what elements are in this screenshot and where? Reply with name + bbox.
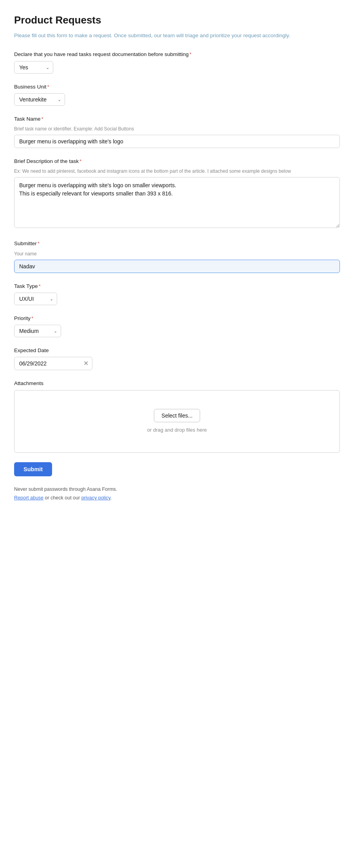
description-label: Brief Description of the task*: [14, 157, 340, 165]
page-title: Product Requests: [14, 13, 340, 28]
business-unit-required-star: *: [47, 84, 49, 90]
page-subtitle: Please fill out this form to make a requ…: [14, 32, 340, 40]
declare-field: Declare that you have read tasks request…: [14, 51, 340, 73]
date-wrapper: ✕: [14, 357, 92, 370]
submit-section: Submit: [14, 462, 340, 481]
submit-button[interactable]: Submit: [14, 462, 52, 476]
priority-select[interactable]: Low Medium High Critical: [14, 325, 61, 337]
declare-select[interactable]: Yes No: [14, 61, 53, 74]
task-name-input[interactable]: [14, 135, 340, 148]
select-files-button[interactable]: Select files...: [154, 409, 200, 422]
business-unit-select-wrapper: Venturekite ⌄: [14, 93, 65, 106]
business-unit-label: Business Unit*: [14, 83, 340, 91]
attachments-field: Attachments Select files... or drag and …: [14, 380, 340, 452]
submitter-label: Submitter*: [14, 240, 340, 248]
footer-period: .: [110, 495, 112, 501]
expected-date-input[interactable]: [14, 357, 92, 370]
business-unit-select[interactable]: Venturekite: [14, 93, 65, 106]
task-type-select-wrapper: UX/UI Backend Frontend Design ⌄: [14, 293, 57, 305]
declare-required-star: *: [190, 51, 191, 57]
declare-label: Declare that you have read tasks request…: [14, 51, 340, 58]
priority-label: Priority*: [14, 315, 340, 322]
attachments-label: Attachments: [14, 380, 340, 387]
task-type-field: Task Type* UX/UI Backend Frontend Design…: [14, 282, 340, 305]
privacy-policy-link[interactable]: privacy policy: [81, 495, 110, 501]
task-name-required-star: *: [42, 116, 43, 122]
declare-select-wrapper: Yes No ⌄: [14, 61, 53, 74]
drag-drop-hint: or drag and drop files here: [147, 426, 207, 434]
footer-links: Report abuse or check out our privacy po…: [14, 494, 340, 502]
submitter-required-star: *: [38, 241, 40, 246]
task-name-hint: Brief task name or identifier. Example: …: [14, 125, 340, 132]
description-hint: Ex: We need to add pinterest, facebook a…: [14, 168, 340, 175]
footer-warning: Never submit passwords through Asana For…: [14, 486, 340, 493]
priority-field: Priority* Low Medium High Critical ⌄: [14, 315, 340, 337]
submitter-input[interactable]: [14, 260, 340, 273]
business-unit-field: Business Unit* Venturekite ⌄: [14, 83, 340, 106]
submitter-hint: Your name: [14, 250, 340, 257]
task-type-required-star: *: [39, 283, 41, 289]
footer-separator: or check out our: [43, 495, 81, 501]
description-textarea[interactable]: Burger menu is overlapping with site's l…: [14, 177, 340, 228]
description-required-star: *: [79, 158, 81, 164]
expected-date-label: Expected Date: [14, 347, 340, 354]
task-name-label: Task Name*: [14, 115, 340, 123]
task-name-field: Task Name* Brief task name or identifier…: [14, 115, 340, 148]
description-field: Brief Description of the task* Ex: We ne…: [14, 157, 340, 230]
expected-date-field: Expected Date ✕: [14, 347, 340, 370]
attachments-dropzone[interactable]: Select files... or drag and drop files h…: [14, 390, 340, 453]
date-clear-button[interactable]: ✕: [83, 360, 88, 367]
priority-required-star: *: [31, 315, 33, 321]
priority-select-wrapper: Low Medium High Critical ⌄: [14, 325, 61, 337]
report-abuse-link[interactable]: Report abuse: [14, 495, 43, 501]
submitter-field: Submitter* Your name: [14, 240, 340, 273]
task-type-label: Task Type*: [14, 282, 340, 290]
task-type-select[interactable]: UX/UI Backend Frontend Design: [14, 293, 57, 305]
